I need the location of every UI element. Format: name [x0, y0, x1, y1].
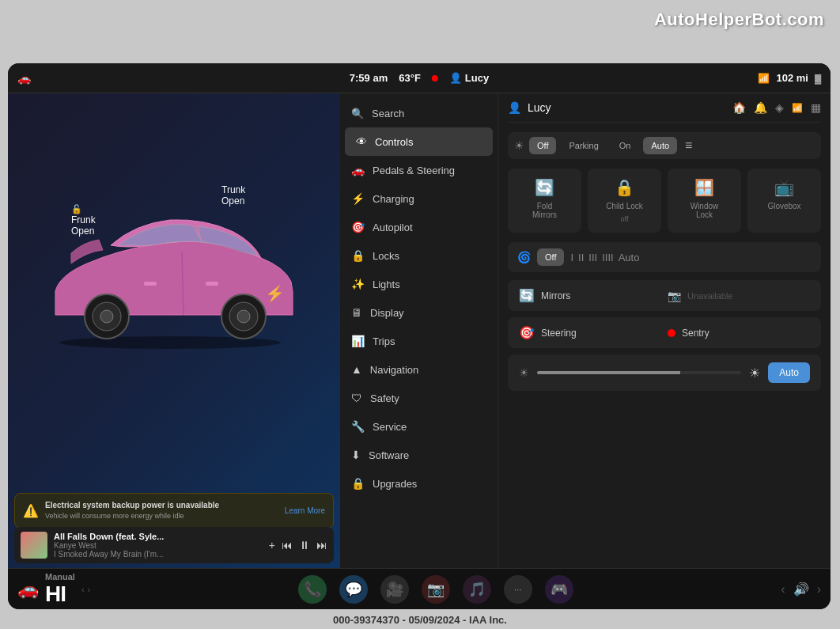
brightness-slider[interactable]	[537, 371, 741, 374]
learn-more-link[interactable]: Learn More	[285, 506, 325, 515]
mirrors-adjust-icon: 🔄	[519, 288, 535, 303]
lights-icon: ✨	[351, 278, 365, 290]
controls-icon: 👁	[356, 135, 367, 148]
upgrades-icon: 🔒	[351, 477, 365, 490]
software-label: Software	[369, 449, 409, 461]
menu-item-pedals[interactable]: 🚗 Pedals & Steering	[340, 156, 498, 184]
status-bar: 🚗 7:59 am 63°F 👤 Lucy 📶 102 mi ▓	[8, 63, 831, 93]
vol-back-icon[interactable]: ‹	[781, 582, 785, 597]
car-home-icon[interactable]: 🚗	[17, 579, 39, 600]
music-player: All Falls Down (feat. Syle... Kanye West…	[14, 527, 334, 563]
display-icon: 🖥	[351, 306, 362, 319]
lights-auto-btn[interactable]: Auto	[643, 137, 677, 154]
menu-item-charging[interactable]: ⚡ Charging	[340, 184, 498, 213]
menu-item-locks[interactable]: 🔒 Locks	[340, 241, 498, 270]
sentry-dot	[668, 329, 675, 337]
wiper-speed-1[interactable]: I	[570, 252, 573, 263]
brightness-row: ☀ ☀ Auto	[508, 354, 821, 391]
signal-bars-icon: 📶	[792, 103, 803, 113]
wiper-speed-2[interactable]: II	[578, 252, 584, 263]
search-item[interactable]: 🔍 Search	[340, 100, 498, 127]
safety-label: Safety	[370, 392, 399, 404]
status-rec	[432, 75, 438, 81]
brightness-auto-btn[interactable]: Auto	[768, 362, 810, 383]
music-btn[interactable]: 🎵	[463, 575, 491, 604]
volume-nav-2: ›	[817, 582, 821, 597]
steering-left: 🎯 Steering	[519, 325, 661, 340]
menu-item-trips[interactable]: 📊 Trips	[340, 327, 498, 355]
music-controls[interactable]: + ⏮ ⏸ ⏭	[269, 539, 327, 551]
menu-item-controls[interactable]: 👁 Controls	[345, 127, 493, 156]
search-label: Search	[372, 108, 404, 119]
right-panel: 🔍 Search 👁 Controls 🚗 Pedals & Steering …	[340, 93, 831, 568]
child-lock-icon: 🔒	[615, 178, 634, 197]
menu-item-service[interactable]: 🔧 Service	[340, 412, 498, 441]
header-icons: 🏠 🔔 ◈ 📶 ▦	[732, 101, 821, 114]
child-lock-btn[interactable]: 🔒 Child Lock off	[588, 169, 661, 233]
menu-item-safety[interactable]: 🛡 Safety	[340, 384, 498, 412]
games-btn[interactable]: 🎮	[545, 575, 573, 604]
software-icon: ⬇	[351, 449, 361, 461]
main-content: 🔓 Frunk Open Trunk Open	[8, 93, 831, 568]
lights-on-btn[interactable]: On	[611, 137, 639, 154]
rec-dot	[432, 75, 438, 81]
more-icon: ···	[514, 584, 522, 595]
nav-forward-icon[interactable]: ›	[88, 585, 91, 594]
prev-track-btn[interactable]: ⏮	[282, 539, 293, 551]
add-to-playlist-btn[interactable]: +	[269, 539, 275, 551]
quick-actions-grid: 🔄 FoldMirrors 🔒 Child Lock off 🪟 WindowL…	[508, 169, 821, 233]
vol-forward-icon[interactable]: ›	[817, 582, 821, 597]
dashcam-btn[interactable]: 📷	[422, 575, 450, 604]
lights-off-btn[interactable]: Off	[529, 137, 556, 154]
next-track-btn[interactable]: ⏭	[316, 539, 327, 551]
phone-btn[interactable]: 📞	[298, 575, 327, 604]
locks-label: Locks	[373, 250, 399, 262]
menu-item-navigation[interactable]: ▲ Navigation	[340, 355, 498, 384]
bell-icon[interactable]: 🔔	[754, 101, 767, 114]
volume-icon[interactable]: 🔊	[793, 582, 809, 597]
menu-item-upgrades[interactable]: 🔒 Upgrades	[340, 469, 498, 498]
fold-mirrors-btn[interactable]: 🔄 FoldMirrors	[508, 169, 581, 233]
menu-item-lights[interactable]: ✨ Lights	[340, 270, 498, 298]
wiper-speed-auto[interactable]: Auto	[619, 252, 640, 263]
status-left: 🚗	[17, 72, 31, 85]
unavailable-label: Unavailable	[687, 291, 732, 301]
trips-label: Trips	[373, 335, 395, 347]
status-user: 👤 Lucy	[449, 72, 489, 84]
wiper-speed-3[interactable]: III	[588, 252, 597, 263]
lighting-row: ☀ Off Parking On Auto ≡	[508, 132, 821, 159]
speed-display: HI	[45, 582, 75, 607]
menu-item-autopilot[interactable]: 🎯 Autopilot	[340, 213, 498, 241]
sentry-right: Sentry	[668, 328, 810, 339]
svg-text:⚡: ⚡	[265, 284, 285, 303]
high-beams-icon[interactable]: ≡	[685, 138, 692, 153]
games-icon: 🎮	[551, 581, 568, 598]
car-image: ⚡	[24, 188, 316, 362]
status-right: 📶 102 mi ▓	[758, 72, 821, 84]
bluetooth-icon[interactable]: ◈	[775, 101, 784, 114]
menu-item-software[interactable]: ⬇ Software	[340, 441, 498, 469]
nav-back-icon[interactable]: ‹	[81, 585, 85, 594]
more-btn[interactable]: ···	[504, 575, 532, 604]
camera-icon: 📷	[668, 290, 681, 302]
wiper-off-btn[interactable]: Off	[537, 248, 564, 266]
pedals-label: Pedals & Steering	[373, 165, 455, 176]
music-icon: 🎵	[468, 581, 486, 598]
glovebox-btn[interactable]: 📺 Glovebox	[747, 169, 821, 233]
messages-btn[interactable]: 💬	[339, 575, 368, 604]
lights-label: Lights	[373, 279, 400, 290]
display-toggle-icon[interactable]: ▦	[811, 101, 821, 114]
miles-display: 102 mi	[776, 72, 808, 84]
wiper-speed-4[interactable]: IIII	[602, 252, 613, 263]
sun-dim-icon: ☀	[519, 366, 529, 379]
home-icon[interactable]: 🏠	[732, 101, 746, 114]
service-icon: 🔧	[351, 420, 365, 433]
locks-icon: 🔒	[351, 249, 365, 262]
svg-point-4	[100, 310, 113, 323]
safety-icon: 🛡	[351, 392, 362, 404]
menu-item-display[interactable]: 🖥 Display	[340, 298, 498, 327]
play-pause-btn[interactable]: ⏸	[299, 539, 310, 551]
camera-btn[interactable]: 🎥	[380, 575, 409, 604]
lights-parking-btn[interactable]: Parking	[561, 137, 606, 154]
window-lock-btn[interactable]: 🪟 WindowLock	[668, 169, 741, 233]
